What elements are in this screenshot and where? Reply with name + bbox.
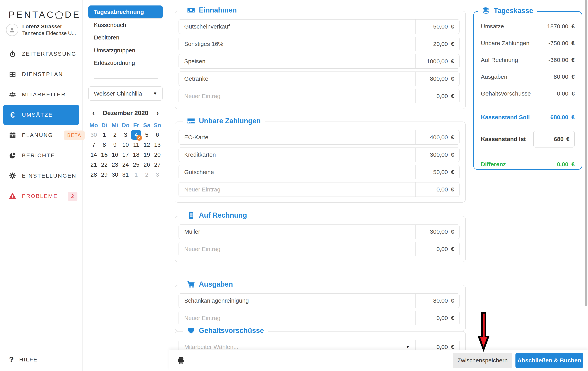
calendar-day[interactable]: 8	[99, 140, 109, 150]
entry-label-input[interactable]: Müller	[179, 225, 415, 239]
entry-amount-input[interactable]: 0,00€	[415, 89, 459, 103]
entry-label-input[interactable]: Schankanlagenreinigung	[179, 294, 415, 308]
euro-sign: €	[451, 344, 454, 350]
calendar-day[interactable]: 26	[142, 160, 152, 170]
kassenstand-ist-input[interactable]: 680€	[533, 131, 575, 148]
entry-amount-input[interactable]: 800,00€	[415, 72, 459, 86]
user-profile[interactable]: Lorenz Strasser Tanzende Eidechse U...	[6, 23, 80, 37]
euro-sign: €	[571, 57, 575, 63]
entry-row: Müller 300,00€	[178, 224, 460, 239]
calendar-day[interactable]: 18	[131, 150, 141, 160]
entry-label-input[interactable]: Kreditkarten	[179, 148, 415, 162]
submenu-item-tagesabrechnung[interactable]: Tagesabrechnung	[88, 5, 163, 18]
entry-row: Getränke 800,00€	[178, 71, 460, 86]
entry-label-input[interactable]: Speisen	[179, 54, 415, 68]
sidebar-item-planung[interactable]: PLANUNG BETA	[0, 125, 83, 145]
calendar-day[interactable]: 20	[153, 150, 162, 160]
calendar-day-today[interactable]: 15	[99, 150, 109, 160]
entry-amount-input[interactable]: 300,00€	[415, 225, 459, 239]
submenu-item-umsatzgruppen[interactable]: Umsatzgruppen	[88, 44, 163, 57]
calendar-day[interactable]: 3	[153, 170, 162, 180]
calendar-day[interactable]: 1	[131, 170, 141, 180]
section-ausgaben: Ausgaben Schankanlagenreinigung 80,00€ N…	[175, 285, 466, 331]
save-button[interactable]: Zwischenspeichern	[453, 353, 512, 368]
calendar-day[interactable]: 31	[121, 170, 130, 180]
calendar-day[interactable]: 27	[153, 160, 162, 170]
scrollbar[interactable]	[585, 0, 588, 306]
sidebar-item-label: EINSTELLUNGEN	[22, 173, 76, 179]
credit-card-icon	[187, 117, 195, 125]
new-entry-input[interactable]: Neuer Eintrag	[179, 89, 415, 103]
calendar-day[interactable]: 25	[131, 160, 141, 170]
calendar-day[interactable]: 19	[142, 150, 152, 160]
calendar-day[interactable]: 23	[110, 160, 120, 170]
sidebar-item-dienstplan[interactable]: DIENSTPLAN	[0, 64, 83, 84]
entry-amount-input[interactable]: 0,00€	[415, 182, 459, 197]
calendar-day[interactable]: 6	[153, 130, 162, 140]
sidebar-item-probleme[interactable]: PROBLEME 2	[0, 186, 83, 206]
euro-sign: €	[566, 136, 570, 142]
question-icon: ?	[9, 355, 14, 364]
entry-amount-input[interactable]: 80,00€	[415, 294, 459, 308]
entry-amount-input[interactable]: 50,00€	[415, 20, 459, 34]
sidebar-item-hilfe[interactable]: ? HILFE	[9, 355, 38, 364]
euro-sign: €	[451, 58, 454, 65]
sidebar-item-einstellungen[interactable]: EINSTELLUNGEN	[0, 166, 83, 186]
entry-row: Sonstiges 16% 20,00€	[178, 37, 460, 51]
calendar-day[interactable]: 13	[153, 140, 162, 150]
entry-amount-input[interactable]: 1000,00€	[415, 54, 459, 68]
calendar-day[interactable]: 14	[89, 150, 99, 160]
coins-icon	[482, 7, 490, 15]
submenu-item-erloeszuordnung[interactable]: Erlöszuordnung	[88, 57, 163, 69]
entry-label-input[interactable]: EC-Karte	[179, 130, 415, 144]
sidebar-item-zeiterfassung[interactable]: ZEITERFASSUNG	[0, 44, 83, 64]
entry-label-input[interactable]: Getränke	[179, 72, 415, 86]
entry-label-input[interactable]: Gutscheinverkauf	[179, 20, 415, 34]
calendar-day[interactable]: 17	[121, 150, 130, 160]
secondary-sidebar: Tagesabrechnung Kassenbuch Debitoren Ums…	[83, 0, 169, 371]
new-entry-input[interactable]: Neuer Eintrag	[179, 242, 415, 256]
location-select[interactable]: Weisser Chinchilla ▼	[88, 86, 163, 100]
calendar-day[interactable]: 30	[89, 130, 99, 140]
euro-sign: €	[451, 134, 454, 141]
entry-amount-input[interactable]: 20,00€	[415, 37, 459, 51]
calendar-day[interactable]: 2	[142, 170, 152, 180]
submenu-item-debitoren[interactable]: Debitoren	[88, 31, 163, 44]
calendar-day[interactable]: 28	[89, 170, 99, 180]
calendar-day[interactable]: 10	[121, 140, 130, 150]
calendar-day[interactable]: 3	[121, 130, 130, 140]
submenu-item-kassenbuch[interactable]: Kassenbuch	[88, 19, 163, 31]
calendar-day[interactable]: 24	[121, 160, 130, 170]
kassenstand-ist-row: Kassenstand Ist 680€	[481, 131, 575, 148]
calendar-day[interactable]: 30	[110, 170, 120, 180]
new-entry-input[interactable]: Neuer Eintrag	[179, 311, 415, 325]
calendar-day[interactable]: 9	[110, 140, 120, 150]
entry-amount-input[interactable]: 400,00€	[415, 130, 459, 144]
sidebar-item-umsaetze[interactable]: € UMSÄTZE	[3, 105, 79, 125]
entry-amount-input[interactable]: 0,00€	[415, 242, 459, 256]
calendar-day[interactable]: 5	[142, 130, 152, 140]
entry-amount-input[interactable]: 50,00€	[415, 165, 459, 179]
calendar-day[interactable]: 29	[99, 170, 109, 180]
calendar-day[interactable]: 1	[99, 130, 109, 140]
entry-amount-input[interactable]: 300,00€	[415, 148, 459, 162]
sidebar-item-berichte[interactable]: BERICHTE	[0, 145, 83, 166]
calendar-day[interactable]: 12	[142, 140, 152, 150]
entry-label-input[interactable]: Sonstiges 16%	[179, 37, 415, 51]
calendar-next-button[interactable]: ›	[157, 110, 159, 116]
entry-amount-input[interactable]: 0,00€	[415, 311, 459, 325]
print-button[interactable]	[177, 356, 185, 365]
calendar-day[interactable]: 22	[99, 160, 109, 170]
calendar-day[interactable]: 7	[89, 140, 99, 150]
euro-sign: €	[451, 169, 454, 175]
calendar-day[interactable]: 21	[89, 160, 99, 170]
calendar-day[interactable]: 2	[110, 130, 120, 140]
calendar-day[interactable]: 11	[131, 140, 141, 150]
submit-button[interactable]: Abschließen & Buchen	[515, 353, 583, 368]
new-entry-input[interactable]: Neuer Eintrag	[179, 182, 415, 197]
calendar-day[interactable]: 16	[110, 150, 120, 160]
calendar-prev-button[interactable]: ‹	[92, 110, 95, 116]
sidebar: PENTACDE Lorenz Strasser Tanzende Eidech…	[0, 0, 83, 371]
sidebar-item-mitarbeiter[interactable]: MITARBEITER	[0, 84, 83, 105]
entry-label-input[interactable]: Gutscheine	[179, 165, 415, 179]
